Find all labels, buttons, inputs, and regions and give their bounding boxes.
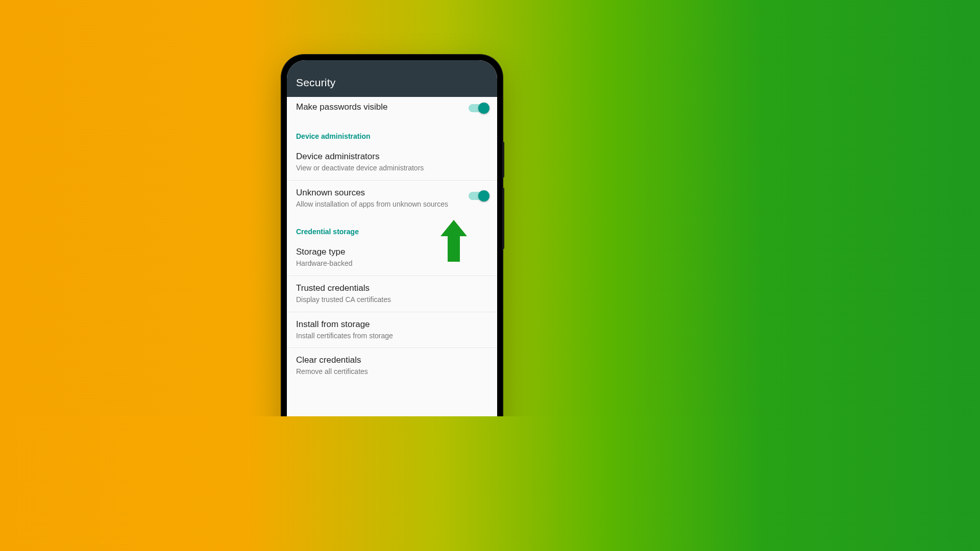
row-title: Make passwords visible: [296, 102, 462, 112]
row-storage-type[interactable]: Storage type Hardware-backed: [287, 240, 497, 276]
row-device-administrators[interactable]: Device administrators View or deactivate…: [287, 144, 497, 181]
row-make-passwords-visible[interactable]: Make passwords visible: [287, 97, 497, 121]
section-header-credential-storage: Credential storage: [287, 216, 497, 240]
row-subtitle: Remove all certificates: [296, 367, 449, 377]
row-title: Trusted credentials: [296, 283, 488, 293]
row-title: Unknown sources: [296, 188, 462, 198]
toggle-unknown-sources[interactable]: [469, 192, 488, 200]
toggle-knob-icon: [478, 190, 489, 202]
phone-side-button: [502, 188, 504, 249]
row-subtitle: Hardware-backed: [296, 259, 449, 268]
row-unknown-sources[interactable]: Unknown sources Allow installation of ap…: [287, 181, 497, 216]
phone-side-button: [502, 142, 504, 178]
app-bar-title: Security: [296, 77, 335, 89]
settings-list[interactable]: Make passwords visible Device administra…: [287, 97, 497, 416]
row-title: Clear credentials: [296, 355, 488, 365]
row-subtitle: Display trusted CA certificates: [296, 295, 449, 305]
section-header-device-administration: Device administration: [287, 121, 497, 144]
row-trusted-credentials[interactable]: Trusted credentials Display trusted CA c…: [287, 276, 497, 312]
toggle-make-passwords-visible[interactable]: [469, 104, 488, 112]
row-clear-credentials[interactable]: Clear credentials Remove all certificate…: [287, 348, 497, 384]
row-subtitle: View or deactivate device administrators: [296, 163, 449, 173]
row-subtitle: Install certificates from storage: [296, 331, 449, 341]
row-install-from-storage[interactable]: Install from storage Install certificate…: [287, 312, 497, 348]
phone-screen: Security Make passwords visible Device a…: [287, 60, 497, 416]
row-title: Install from storage: [296, 319, 488, 330]
toggle-knob-icon: [478, 103, 489, 114]
phone-mockup: Security Make passwords visible Device a…: [282, 55, 502, 416]
row-subtitle: Allow installation of apps from unknown …: [296, 199, 449, 209]
row-title: Storage type: [296, 247, 488, 257]
app-bar: Security: [287, 60, 497, 97]
row-title: Device administrators: [296, 152, 488, 162]
